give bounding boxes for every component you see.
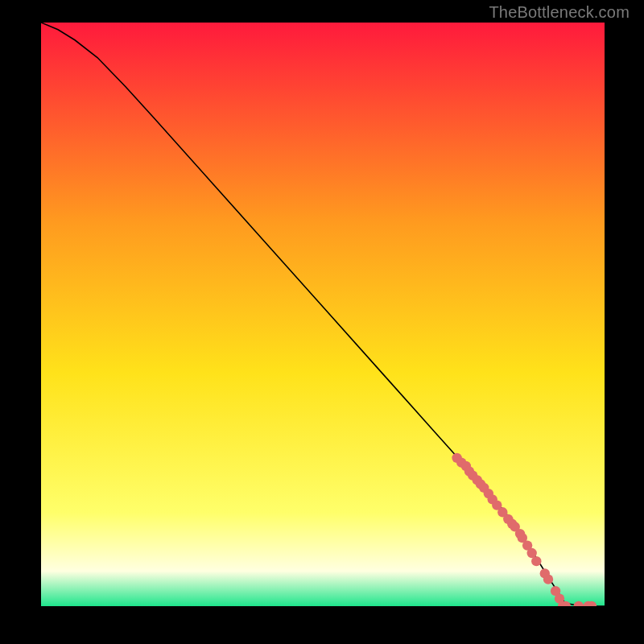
data-marker	[531, 556, 541, 566]
chart-svg	[41, 23, 605, 606]
gradient-background	[41, 23, 605, 606]
data-marker	[543, 574, 553, 584]
plot-area	[41, 23, 605, 606]
chart-container: TheBottleneck.com	[0, 0, 644, 644]
attribution-label: TheBottleneck.com	[489, 3, 630, 22]
